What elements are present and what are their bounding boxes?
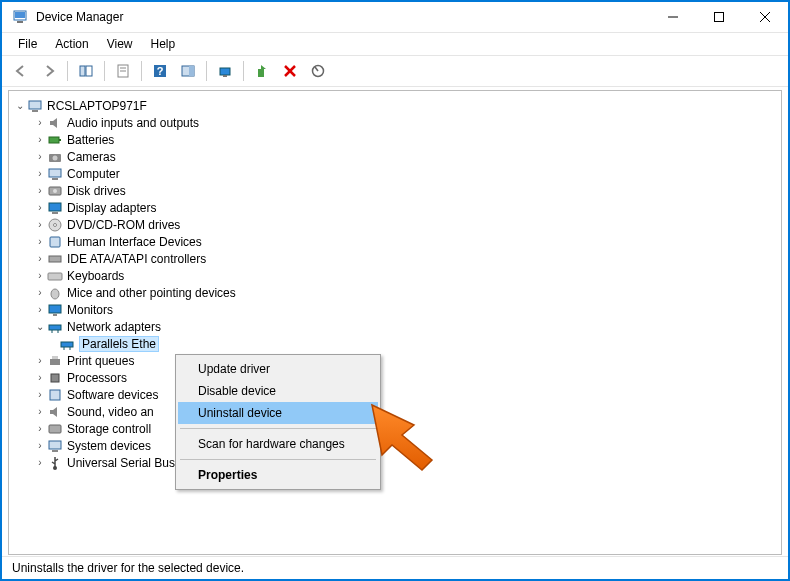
- expander-icon[interactable]: ›: [33, 117, 47, 128]
- action-pane-button[interactable]: [175, 58, 201, 84]
- ctx-properties[interactable]: Properties: [178, 464, 378, 486]
- expander-icon[interactable]: ›: [33, 423, 47, 434]
- context-menu: Update driver Disable device Uninstall d…: [175, 354, 381, 490]
- tree-item[interactable]: ›Computer: [9, 165, 781, 182]
- svg-rect-38: [48, 273, 62, 280]
- uninstall-button[interactable]: [277, 58, 303, 84]
- expander-icon[interactable]: ›: [33, 185, 47, 196]
- svg-rect-37: [49, 256, 61, 262]
- toolbar-separator: [243, 61, 244, 81]
- network-icon: [47, 319, 63, 335]
- processor-icon: [47, 370, 63, 386]
- tree-item-label: Disk drives: [67, 184, 126, 198]
- ctx-scan-hardware[interactable]: Scan for hardware changes: [178, 433, 378, 455]
- expander-icon[interactable]: ›: [33, 202, 47, 213]
- expander-icon[interactable]: ›: [33, 270, 47, 281]
- expander-icon[interactable]: ›: [33, 168, 47, 179]
- close-button[interactable]: [742, 2, 788, 32]
- tree-item[interactable]: ›Human Interface Devices: [9, 233, 781, 250]
- expander-icon[interactable]: ⌄: [33, 321, 47, 332]
- computer-icon: [47, 166, 63, 182]
- svg-point-55: [53, 466, 57, 470]
- ctx-update-driver[interactable]: Update driver: [178, 358, 378, 380]
- tree-item-network-adapters[interactable]: ⌄Network adapters: [9, 318, 781, 335]
- expander-icon[interactable]: ›: [33, 304, 47, 315]
- expander-icon[interactable]: ›: [33, 219, 47, 230]
- expander-icon[interactable]: ›: [33, 440, 47, 451]
- minimize-button[interactable]: [650, 2, 696, 32]
- svg-rect-22: [29, 101, 41, 109]
- expander-icon[interactable]: ⌄: [13, 100, 27, 111]
- tree-item[interactable]: ›Disk drives: [9, 182, 781, 199]
- tree-item[interactable]: ›Audio inputs and outputs: [9, 114, 781, 131]
- titlebar: Device Manager: [2, 2, 788, 33]
- toolbar-separator: [104, 61, 105, 81]
- tree-item-label: Human Interface Devices: [67, 235, 202, 249]
- tree-item[interactable]: ›Keyboards: [9, 267, 781, 284]
- tree-item[interactable]: ›Print queues: [9, 352, 781, 369]
- ctx-uninstall-device[interactable]: Uninstall device: [178, 402, 378, 424]
- menu-file[interactable]: File: [10, 35, 45, 53]
- tree-item[interactable]: ›Processors: [9, 369, 781, 386]
- svg-rect-1: [15, 12, 25, 18]
- mouse-icon: [47, 285, 63, 301]
- svg-point-39: [51, 289, 59, 299]
- show-hide-tree-button[interactable]: [73, 58, 99, 84]
- svg-rect-25: [59, 139, 61, 141]
- tree-root[interactable]: ⌄ RCSLAPTOP971F: [9, 97, 781, 114]
- hid-icon: [47, 234, 63, 250]
- expander-icon[interactable]: ›: [33, 355, 47, 366]
- system-icon: [47, 438, 63, 454]
- tree-item[interactable]: ›DVD/CD-ROM drives: [9, 216, 781, 233]
- expander-icon[interactable]: ›: [33, 134, 47, 145]
- keyboard-icon: [47, 268, 63, 284]
- tree-item[interactable]: ›Display adapters: [9, 199, 781, 216]
- menu-view[interactable]: View: [99, 35, 141, 53]
- svg-text:?: ?: [157, 65, 164, 77]
- scan-hardware-button[interactable]: [212, 58, 238, 84]
- display-icon: [47, 200, 63, 216]
- tree-item-label: Keyboards: [67, 269, 124, 283]
- expander-icon[interactable]: ›: [33, 389, 47, 400]
- svg-rect-32: [49, 203, 61, 211]
- ctx-separator: [180, 459, 376, 460]
- menu-action[interactable]: Action: [47, 35, 96, 53]
- tree-item[interactable]: ›Batteries: [9, 131, 781, 148]
- svg-rect-52: [49, 425, 61, 433]
- expander-icon[interactable]: ›: [33, 151, 47, 162]
- tree-item[interactable]: ›Mice and other pointing devices: [9, 284, 781, 301]
- annotation-arrow-icon: [364, 397, 454, 475]
- tree-item[interactable]: ›Cameras: [9, 148, 781, 165]
- window-title: Device Manager: [36, 10, 650, 24]
- dvd-icon: [47, 217, 63, 233]
- svg-rect-40: [49, 305, 61, 313]
- expander-icon[interactable]: ›: [33, 236, 47, 247]
- tree-item-label: Print queues: [67, 354, 134, 368]
- tree-item-label: Network adapters: [67, 320, 161, 334]
- tree-item-selected[interactable]: Parallels Ethe: [9, 335, 781, 352]
- storage-icon: [47, 421, 63, 437]
- tree-item-label: DVD/CD-ROM drives: [67, 218, 180, 232]
- sound-icon: [47, 404, 63, 420]
- expander-icon[interactable]: ›: [33, 372, 47, 383]
- ctx-disable-device[interactable]: Disable device: [178, 380, 378, 402]
- help-button[interactable]: ?: [147, 58, 173, 84]
- printer-icon: [47, 353, 63, 369]
- expander-icon[interactable]: ›: [33, 406, 47, 417]
- expander-icon[interactable]: ›: [33, 253, 47, 264]
- tree-item[interactable]: ›Monitors: [9, 301, 781, 318]
- properties-button[interactable]: [110, 58, 136, 84]
- update-driver-button[interactable]: [249, 58, 275, 84]
- menu-help[interactable]: Help: [143, 35, 184, 53]
- svg-rect-48: [50, 359, 60, 365]
- disable-button[interactable]: [305, 58, 331, 84]
- back-button[interactable]: [8, 58, 34, 84]
- expander-icon[interactable]: ›: [33, 287, 47, 298]
- audio-icon: [47, 115, 63, 131]
- forward-button[interactable]: [36, 58, 62, 84]
- expander-icon[interactable]: ›: [33, 457, 47, 468]
- maximize-button[interactable]: [696, 2, 742, 32]
- tree-item[interactable]: ›IDE ATA/ATAPI controllers: [9, 250, 781, 267]
- menubar: File Action View Help: [2, 33, 788, 56]
- svg-rect-7: [80, 66, 85, 76]
